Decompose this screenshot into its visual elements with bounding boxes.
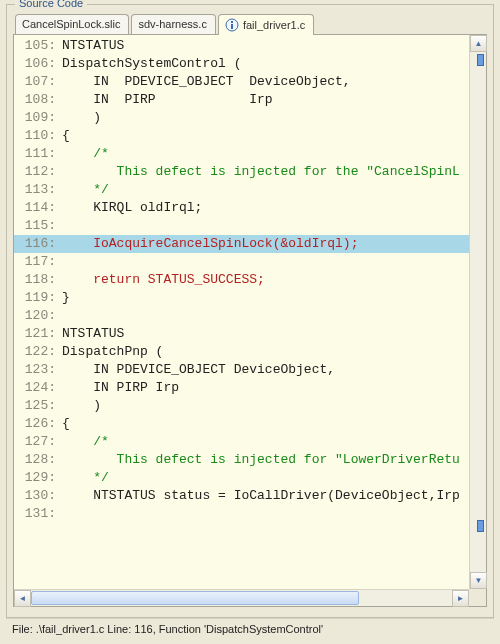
line-number: 114:: [14, 199, 62, 217]
code-line[interactable]: 118: return STATUS_SUCCESS;: [14, 271, 469, 289]
line-code: NTSTATUS: [62, 325, 124, 343]
panel-title: Source Code: [15, 0, 87, 9]
line-number: 125:: [14, 397, 62, 415]
scroll-down-button[interactable]: ▼: [470, 572, 487, 589]
line-code: ): [62, 397, 101, 415]
line-number: 113:: [14, 181, 62, 199]
line-number: 126:: [14, 415, 62, 433]
code-line[interactable]: 111: /*: [14, 145, 469, 163]
svg-rect-2: [231, 21, 233, 23]
code-line[interactable]: 117:: [14, 253, 469, 271]
code-editor[interactable]: 105:NTSTATUS106:DispatchSystemControl (1…: [14, 35, 469, 589]
tab-cancelspinlock[interactable]: CancelSpinLock.slic: [15, 14, 129, 34]
line-code: IN PDEVICE_OBJECT DeviceObject,: [62, 361, 335, 379]
tab-label: sdv-harness.c: [138, 18, 206, 30]
line-code: }: [62, 289, 70, 307]
line-number: 119:: [14, 289, 62, 307]
line-number: 127:: [14, 433, 62, 451]
line-code: DispatchSystemControl (: [62, 55, 241, 73]
scroll-left-button[interactable]: ◄: [14, 590, 31, 607]
line-number: 111:: [14, 145, 62, 163]
code-line[interactable]: 115:: [14, 217, 469, 235]
line-number: 112:: [14, 163, 62, 181]
scrollbar-corner: [469, 589, 486, 606]
code-line[interactable]: 107: IN PDEVICE_OBJECT DeviceObject,: [14, 73, 469, 91]
code-line[interactable]: 127: /*: [14, 433, 469, 451]
line-code: This defect is injected for the "CancelS…: [62, 163, 460, 181]
hscroll-thumb[interactable]: [31, 591, 359, 605]
line-code: NTSTATUS status = IoCallDriver(DeviceObj…: [62, 487, 460, 505]
line-code: {: [62, 127, 70, 145]
line-code: */: [62, 469, 109, 487]
line-code: IN PIRP Irp: [62, 91, 273, 109]
line-number: 110:: [14, 127, 62, 145]
line-number: 115:: [14, 217, 62, 235]
code-line[interactable]: 130: NTSTATUS status = IoCallDriver(Devi…: [14, 487, 469, 505]
code-line[interactable]: 125: ): [14, 397, 469, 415]
code-line[interactable]: 122:DispatchPnp (: [14, 343, 469, 361]
source-code-panel: Source Code CancelSpinLock.slic sdv-harn…: [6, 4, 494, 618]
tab-label: CancelSpinLock.slic: [22, 18, 120, 30]
line-code: DispatchPnp (: [62, 343, 163, 361]
code-line[interactable]: 126:{: [14, 415, 469, 433]
code-line[interactable]: 114: KIRQL oldIrql;: [14, 199, 469, 217]
code-line[interactable]: 108: IN PIRP Irp: [14, 91, 469, 109]
line-number: 107:: [14, 73, 62, 91]
line-number: 121:: [14, 325, 62, 343]
line-number: 124:: [14, 379, 62, 397]
status-text: File: .\fail_driver1.c Line: 116, Functi…: [12, 623, 323, 635]
scroll-up-button[interactable]: ▲: [470, 35, 487, 52]
horizontal-scrollbar[interactable]: ◄ ►: [14, 589, 469, 606]
line-number: 120:: [14, 307, 62, 325]
status-bar: File: .\fail_driver1.c Line: 116, Functi…: [6, 618, 494, 638]
line-code: NTSTATUS: [62, 37, 124, 55]
line-code: This defect is injected for "LowerDriver…: [62, 451, 460, 469]
line-code: ): [62, 109, 101, 127]
code-line[interactable]: 110:{: [14, 127, 469, 145]
line-number: 118:: [14, 271, 62, 289]
code-line[interactable]: 119:}: [14, 289, 469, 307]
line-number: 123:: [14, 361, 62, 379]
code-line[interactable]: 128: This defect is injected for "LowerD…: [14, 451, 469, 469]
line-code: */: [62, 181, 109, 199]
scroll-marker: [477, 54, 484, 66]
code-line[interactable]: 123: IN PDEVICE_OBJECT DeviceObject,: [14, 361, 469, 379]
line-number: 129:: [14, 469, 62, 487]
scroll-right-button[interactable]: ►: [452, 590, 469, 607]
line-number: 131:: [14, 505, 62, 523]
code-line[interactable]: 112: This defect is injected for the "Ca…: [14, 163, 469, 181]
tab-sdv-harness[interactable]: sdv-harness.c: [131, 14, 215, 34]
line-code: /*: [62, 145, 109, 163]
line-number: 109:: [14, 109, 62, 127]
vertical-scrollbar[interactable]: ▲ ▼: [469, 35, 486, 589]
line-code: {: [62, 415, 70, 433]
code-line[interactable]: 121:NTSTATUS: [14, 325, 469, 343]
line-number: 106:: [14, 55, 62, 73]
info-icon: [225, 18, 239, 32]
code-line[interactable]: 116: IoAcquireCancelSpinLock(&oldIrql);: [14, 235, 469, 253]
file-tabs: CancelSpinLock.slic sdv-harness.c fail_d…: [13, 13, 487, 35]
line-number: 122:: [14, 343, 62, 361]
line-number: 105:: [14, 37, 62, 55]
hscroll-track[interactable]: [31, 590, 452, 606]
code-line[interactable]: 109: ): [14, 109, 469, 127]
code-line[interactable]: 105:NTSTATUS: [14, 37, 469, 55]
line-code: return STATUS_SUCCESS;: [62, 271, 265, 289]
code-line[interactable]: 129: */: [14, 469, 469, 487]
line-code: IN PIRP Irp: [62, 379, 179, 397]
line-number: 117:: [14, 253, 62, 271]
code-line[interactable]: 124: IN PIRP Irp: [14, 379, 469, 397]
vscroll-track[interactable]: [470, 52, 486, 572]
scroll-marker: [477, 520, 484, 532]
code-line[interactable]: 106:DispatchSystemControl (: [14, 55, 469, 73]
code-line[interactable]: 113: */: [14, 181, 469, 199]
code-line[interactable]: 131:: [14, 505, 469, 523]
line-number: 108:: [14, 91, 62, 109]
line-number: 116:: [14, 235, 62, 253]
line-code: KIRQL oldIrql;: [62, 199, 202, 217]
tab-fail-driver1[interactable]: fail_driver1.c: [218, 14, 314, 35]
line-number: 128:: [14, 451, 62, 469]
code-line[interactable]: 120:: [14, 307, 469, 325]
svg-rect-1: [231, 24, 233, 29]
editor-wrap: 105:NTSTATUS106:DispatchSystemControl (1…: [13, 35, 487, 607]
